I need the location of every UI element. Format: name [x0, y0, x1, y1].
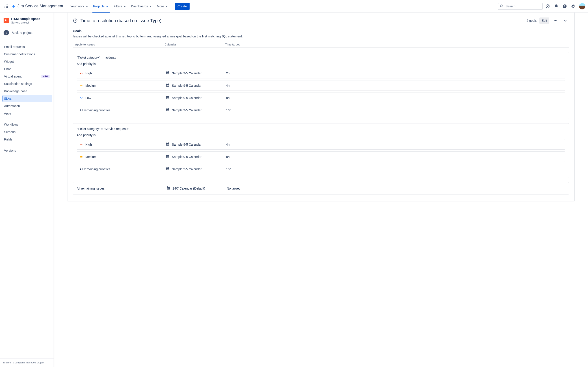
svg-point-5 [7, 6, 8, 7]
svg-rect-31 [168, 83, 169, 84]
svg-rect-40 [167, 96, 167, 97]
goal-row[interactable]: All remaining prioritiesSample 9-5 Calen… [77, 105, 565, 115]
sidebar-item-knowledge-base[interactable]: Knowledge base [2, 88, 52, 95]
sidebar-item-chat[interactable]: Chat [2, 66, 52, 73]
goal-row[interactable]: MediumSample 9-5 Calendar4h [77, 80, 565, 91]
more-actions-icon[interactable] [552, 17, 559, 24]
time-target: 8h [226, 155, 562, 159]
discover-icon[interactable] [544, 3, 551, 10]
nav-your-work[interactable]: Your work [68, 0, 91, 13]
sidebar-item-screens[interactable]: Screens [2, 128, 52, 135]
calendar-icon [166, 108, 170, 112]
svg-rect-55 [167, 110, 167, 111]
edit-button[interactable]: Edit [539, 17, 549, 24]
nav-dashboards[interactable]: Dashboards [129, 0, 154, 13]
col-target: Time target [225, 43, 567, 46]
collapse-icon[interactable] [562, 17, 569, 24]
back-to-project[interactable]: Back to project [0, 28, 54, 37]
svg-rect-50 [167, 108, 167, 109]
project-name: ITSM sample space [11, 17, 40, 21]
goal-row[interactable]: LowSample 9-5 Calendar8h [77, 92, 565, 103]
svg-rect-35 [167, 86, 167, 86]
svg-rect-51 [168, 108, 169, 109]
svg-rect-77 [168, 157, 168, 158]
svg-rect-72 [167, 157, 167, 157]
calendar-icon [166, 186, 170, 191]
sidebar-item-versions[interactable]: Versions [2, 147, 52, 154]
nav-label: Your work [70, 4, 84, 8]
svg-rect-97 [169, 189, 169, 189]
project-type: Service project [11, 21, 40, 24]
goal-row[interactable]: All remaining prioritiesSample 9-5 Calen… [77, 164, 565, 174]
project-icon [4, 18, 9, 23]
svg-rect-85 [167, 169, 167, 170]
goal-row[interactable]: HighSample 9-5 Calendar4h [77, 139, 565, 150]
help-icon[interactable]: ? [561, 3, 568, 10]
sidebar-item-email-requests[interactable]: Email requests [2, 43, 52, 50]
project-header[interactable]: ITSM sample space Service project [0, 17, 54, 28]
svg-rect-96 [168, 189, 168, 189]
app-switcher-icon[interactable] [3, 3, 10, 10]
svg-rect-56 [167, 110, 168, 111]
calendar-name: Sample 9-5 Calendar [172, 84, 202, 87]
priority-label: Low [85, 96, 91, 100]
sidebar-item-label: Customer notifications [4, 52, 35, 56]
sla-panel: Time to resolution (based on Issue Type)… [67, 13, 575, 201]
product-logo[interactable]: Jira Service Management [12, 4, 63, 8]
sidebar-item-fields[interactable]: Fields [2, 136, 52, 143]
nav-more[interactable]: More [155, 0, 170, 13]
sidebar-item-label: Fields [4, 138, 12, 141]
calendar-name: Sample 9-5 Calendar [172, 71, 202, 75]
divider [3, 145, 51, 145]
product-name: Jira Service Management [17, 4, 63, 8]
svg-point-2 [7, 4, 8, 5]
sidebar-item-automation[interactable]: Automation [2, 102, 52, 109]
svg-rect-91 [169, 186, 169, 187]
svg-point-1 [6, 4, 7, 5]
calendar-icon [166, 71, 170, 75]
sidebar-item-widget[interactable]: Widget [2, 58, 52, 65]
search-input[interactable] [498, 3, 543, 10]
nav-projects[interactable]: Projects [92, 0, 111, 13]
goal-group: All remaining issues24/7 Calendar (Defau… [73, 182, 569, 194]
back-arrow-icon [4, 30, 9, 35]
svg-rect-70 [167, 155, 167, 156]
svg-rect-47 [168, 98, 168, 99]
time-target: No target [227, 187, 240, 190]
sidebar-item-workflows[interactable]: Workflows [2, 121, 52, 128]
svg-rect-57 [168, 110, 168, 111]
chevron-down-icon [165, 4, 168, 8]
svg-rect-32 [167, 85, 167, 86]
svg-rect-24 [168, 73, 168, 74]
sidebar-item-label: Virtual agent [4, 75, 22, 78]
svg-rect-61 [168, 142, 169, 143]
calendar-icon [166, 142, 170, 147]
svg-rect-74 [168, 157, 168, 157]
goals-description: Issues will be checked against this list… [73, 34, 569, 38]
svg-rect-49 [166, 109, 169, 109]
top-nav: Jira Service Management Your workProject… [0, 0, 588, 13]
sidebar-item-apps[interactable]: Apps [2, 110, 52, 117]
nav-filters[interactable]: Filters [112, 0, 128, 13]
goal-subheading: And priority is: [77, 62, 565, 66]
sidebar-item-label: Versions [4, 149, 16, 152]
goals-heading: Goals [73, 29, 569, 33]
sidebar-item-satisfaction-settings[interactable]: Satisfaction settings [2, 80, 52, 87]
sidebar-item-slas[interactable]: SLAs [2, 95, 52, 102]
create-button[interactable]: Create [175, 3, 190, 10]
priority-high-icon [80, 71, 83, 75]
sidebar-item-customer-notifications[interactable]: Customer notifications [2, 51, 52, 58]
avatar[interactable] [579, 3, 585, 9]
svg-rect-37 [168, 86, 168, 86]
sidebar-item-virtual-agent[interactable]: Virtual agentNEW [2, 73, 52, 80]
search-icon [500, 4, 503, 8]
goal-row[interactable]: HighSample 9-5 Calendar2h [77, 68, 565, 78]
notifications-icon[interactable] [553, 3, 560, 10]
sidebar-item-label: Automation [4, 104, 20, 108]
svg-rect-76 [167, 157, 168, 158]
svg-rect-34 [168, 85, 168, 86]
sidebar-item-label: Knowledge base [4, 89, 27, 93]
svg-rect-90 [167, 186, 168, 187]
settings-icon[interactable] [570, 3, 577, 10]
goal-row[interactable]: MediumSample 9-5 Calendar8h [77, 151, 565, 162]
